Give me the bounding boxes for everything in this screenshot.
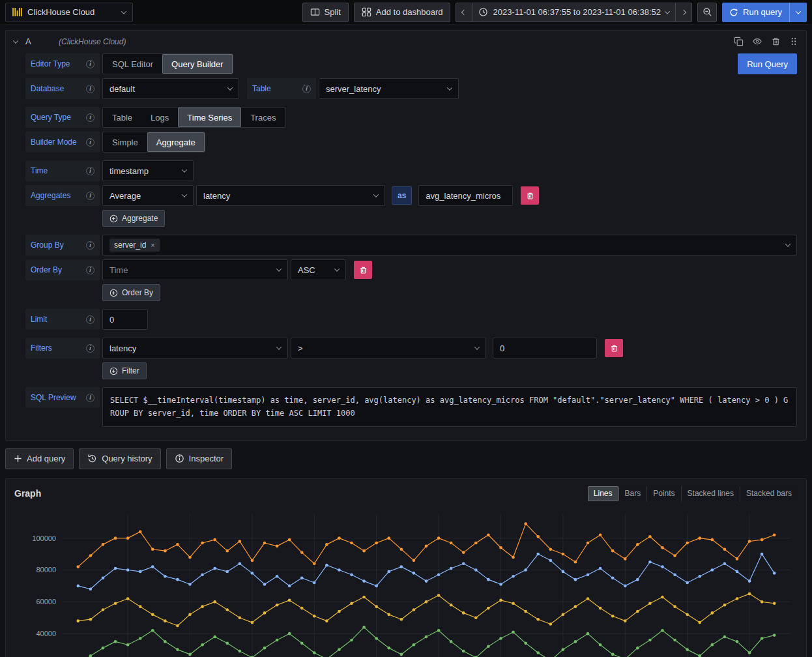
- datasource-picker[interactable]: ClickHouse Cloud: [5, 3, 133, 22]
- info-icon[interactable]: i: [86, 192, 94, 200]
- remove-aggregate-button[interactable]: [521, 186, 539, 205]
- chevron-down-icon: [121, 8, 126, 14]
- info-icon[interactable]: i: [86, 266, 94, 274]
- info-icon[interactable]: i: [86, 85, 94, 93]
- query-row-header: A (ClickHouse Cloud): [6, 31, 806, 51]
- graph-style-stacked-lines[interactable]: Stacked lines: [681, 486, 740, 501]
- run-query-button[interactable]: Run query: [722, 3, 789, 22]
- query-builder-form: Run Query Editor Type i SQL Editor Query…: [6, 51, 806, 440]
- split-label: Split: [325, 7, 341, 17]
- editor-type-option-sql-editor[interactable]: SQL Editor: [103, 54, 162, 74]
- remove-query-button[interactable]: [771, 36, 781, 46]
- drag-query-handle[interactable]: [789, 36, 798, 46]
- builder-mode-option-simple[interactable]: Simple: [103, 132, 147, 152]
- builder-mode-option-aggregate[interactable]: Aggregate: [147, 132, 205, 152]
- remove-order-by-button[interactable]: [354, 261, 372, 279]
- info-icon[interactable]: i: [86, 138, 94, 147]
- query-row-actions: [734, 36, 798, 46]
- query-ref-id: A: [25, 36, 31, 46]
- apps-grid-icon: [362, 7, 371, 17]
- query-type-option-time-series[interactable]: Time Series: [178, 108, 241, 127]
- copy-icon: [734, 36, 744, 46]
- add-filter-button[interactable]: Filter: [102, 362, 147, 379]
- run-query-editor-button[interactable]: Run Query: [738, 53, 797, 74]
- trash-icon: [610, 344, 618, 353]
- info-icon[interactable]: i: [86, 167, 94, 175]
- graph-panel-header: Graph Lines Bars Points Stacked lines St…: [6, 479, 806, 503]
- grip-icon: [789, 36, 798, 46]
- filter-field-select[interactable]: latency: [102, 338, 288, 358]
- y-axis-tick-label: 40000: [36, 630, 56, 637]
- series-line: [78, 627, 774, 657]
- time-range-button[interactable]: 2023-11-01 06:37:55 to 2023-11-01 06:38:…: [472, 3, 675, 22]
- run-query-dropdown-button[interactable]: [789, 3, 807, 22]
- builder-mode-label: Builder Mode i: [25, 132, 100, 153]
- info-icon[interactable]: i: [86, 60, 94, 68]
- chevron-down-icon: [474, 344, 480, 349]
- chevron-right-icon: [681, 9, 686, 14]
- time-shift-forward-button[interactable]: [676, 3, 691, 22]
- order-by-label: Order By i: [25, 259, 100, 280]
- add-query-button[interactable]: Add query: [5, 448, 74, 469]
- chevron-down-icon: [796, 8, 801, 14]
- as-badge: as: [392, 186, 412, 205]
- info-icon[interactable]: i: [86, 394, 94, 402]
- run-query-split-button: Run query: [722, 3, 807, 22]
- info-icon[interactable]: i: [302, 85, 311, 93]
- graph-style-points[interactable]: Points: [646, 486, 680, 501]
- datasource-name: ClickHouse Cloud: [27, 7, 117, 17]
- zoom-out-time-button[interactable]: [697, 3, 717, 22]
- run-query-label: Run query: [743, 7, 782, 17]
- table-select[interactable]: server_latency: [319, 78, 459, 99]
- chevron-down-icon: [334, 266, 340, 271]
- graph-style-bars[interactable]: Bars: [618, 486, 647, 501]
- filter-value-input[interactable]: [493, 338, 597, 358]
- inspector-button[interactable]: Inspector: [166, 448, 232, 469]
- chevron-left-icon: [461, 9, 467, 14]
- eye-icon: [752, 36, 762, 46]
- graph-style-stacked-bars[interactable]: Stacked bars: [740, 486, 798, 501]
- info-icon[interactable]: i: [86, 315, 94, 324]
- builder-mode-row: Builder Mode i Simple Aggregate: [25, 132, 797, 153]
- order-by-direction-select[interactable]: ASC: [291, 259, 346, 280]
- collapse-query-icon[interactable]: [13, 38, 18, 43]
- clock-icon: [478, 7, 488, 17]
- chevron-down-icon: [182, 192, 187, 197]
- add-order-by-button[interactable]: Order By: [102, 284, 160, 301]
- info-circle-icon: [175, 454, 184, 463]
- group-by-multiselect[interactable]: server_id ×: [102, 235, 797, 256]
- database-table-row: Database i default Table i server_latenc…: [25, 78, 797, 99]
- time-range-text: 2023-11-01 06:37:55 to 2023-11-01 06:38:…: [493, 7, 661, 17]
- filter-operator-select[interactable]: >: [291, 338, 486, 358]
- latency-line-chart[interactable]: 2000040000600008000010000006:38:0006:38:…: [12, 508, 800, 657]
- chevron-down-icon: [373, 192, 379, 197]
- query-type-option-table[interactable]: Table: [103, 108, 141, 127]
- query-type-option-traces[interactable]: Traces: [241, 108, 285, 127]
- chevron-down-icon: [276, 266, 282, 271]
- info-icon[interactable]: i: [86, 241, 94, 250]
- aggregate-column-select[interactable]: latency: [196, 185, 385, 206]
- add-order-by-row: Order By: [102, 284, 797, 301]
- time-column-select[interactable]: timestamp: [102, 160, 194, 181]
- editor-type-option-query-builder[interactable]: Query Builder: [162, 54, 232, 74]
- add-aggregate-button[interactable]: Aggregate: [102, 210, 165, 227]
- time-shift-back-button[interactable]: [456, 3, 472, 22]
- chevron-down-icon: [182, 167, 187, 172]
- query-type-option-logs[interactable]: Logs: [141, 108, 178, 127]
- split-button[interactable]: Split: [302, 3, 349, 22]
- database-select[interactable]: default: [102, 78, 239, 99]
- graph-style-lines[interactable]: Lines: [588, 486, 618, 501]
- remove-filter-button[interactable]: [605, 339, 623, 357]
- toggle-query-visibility-button[interactable]: [752, 36, 762, 46]
- info-icon[interactable]: i: [86, 344, 94, 353]
- aggregate-function-select[interactable]: Average: [102, 185, 194, 206]
- remove-tag-icon[interactable]: ×: [151, 242, 154, 249]
- order-by-field-select[interactable]: Time: [102, 259, 288, 280]
- info-icon[interactable]: i: [86, 113, 94, 122]
- add-to-dashboard-button[interactable]: Add to dashboard: [354, 3, 451, 22]
- editor-type-row: Editor Type i SQL Editor Query Builder: [25, 53, 797, 74]
- aggregate-alias-input[interactable]: [418, 185, 513, 206]
- duplicate-query-button[interactable]: [734, 36, 744, 46]
- limit-input[interactable]: [102, 309, 148, 330]
- query-history-button[interactable]: Query history: [79, 448, 160, 469]
